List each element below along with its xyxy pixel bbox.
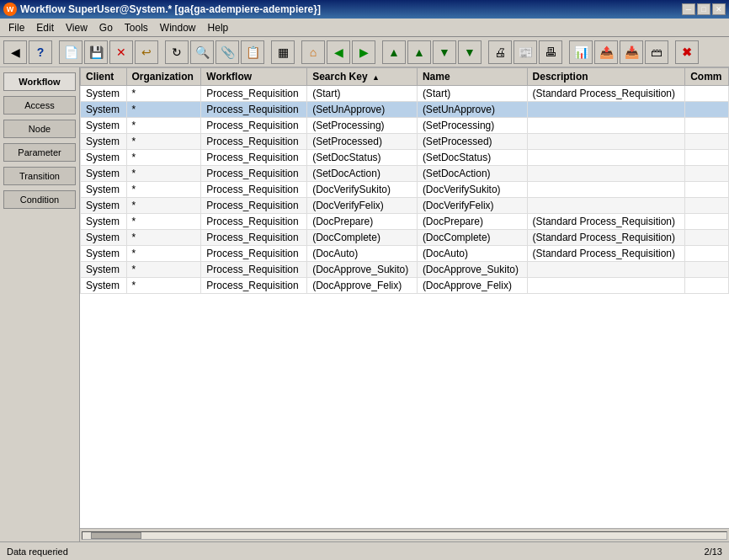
menu-file[interactable]: File [3, 20, 29, 35]
table-cell: Process_Requisition [201, 134, 307, 150]
menu-view[interactable]: View [61, 20, 93, 35]
title-bar: W Workflow SuperUser@System.* [ga{ga-ade… [0, 0, 729, 19]
horizontal-scrollbar[interactable] [80, 528, 729, 541]
table-cell: Process_Requisition [201, 278, 307, 294]
table-row[interactable]: System*Process_Requisition(SetUnApprove)… [81, 102, 729, 118]
prev-button[interactable]: ◀ [327, 40, 350, 64]
table-cell: (Start) [417, 86, 527, 102]
table-cell: System [81, 214, 127, 230]
find-button[interactable]: 🔍 [190, 40, 214, 64]
sidebar-item-parameter[interactable]: Parameter [3, 143, 76, 162]
col-comment[interactable]: Comm [685, 68, 729, 86]
table-cell: (DocAuto) [307, 246, 418, 262]
table-cell: (DocApprove_Felix) [417, 278, 527, 294]
menu-edit[interactable]: Edit [31, 20, 59, 35]
maximize-button[interactable]: □ [697, 3, 710, 15]
delete-button[interactable]: ✕ [109, 40, 133, 64]
col-client[interactable]: Client [81, 68, 127, 86]
table-row[interactable]: System*Process_Requisition(DocVerifySuki… [81, 182, 729, 198]
col-description[interactable]: Description [527, 68, 685, 86]
col-name[interactable]: Name [417, 68, 527, 86]
doc-button[interactable]: 📰 [513, 40, 537, 64]
table-cell [685, 166, 729, 182]
window-title: Workflow SuperUser@System.* [ga{ga-ademp… [20, 3, 321, 15]
sidebar-item-access[interactable]: Access [3, 96, 76, 115]
table-cell: (DocAuto) [417, 246, 527, 262]
save-button[interactable]: 💾 [84, 40, 108, 64]
table-row[interactable]: System*Process_Requisition(DocPrepare)(D… [81, 214, 729, 230]
table-row[interactable]: System*Process_Requisition(Start)(Start)… [81, 86, 729, 102]
next-button[interactable]: ▶ [352, 40, 375, 64]
table-cell: * [126, 278, 201, 294]
table-cell: (DocVerifyFelix) [417, 198, 527, 214]
col-workflow[interactable]: Workflow [201, 68, 307, 86]
sidebar-item-workflow[interactable]: Workflow [3, 72, 76, 91]
sidebar-item-condition[interactable]: Condition [3, 190, 76, 209]
history-button[interactable]: 📋 [241, 40, 264, 64]
table-row[interactable]: System*Process_Requisition(DocApprove_Su… [81, 262, 729, 278]
table-row[interactable]: System*Process_Requisition(DocAuto)(DocA… [81, 246, 729, 262]
hscroll-thumb[interactable] [91, 532, 141, 539]
table-cell: System [81, 230, 127, 246]
table-cell: * [126, 182, 201, 198]
up-button[interactable]: ▲ [407, 40, 431, 64]
menu-help[interactable]: Help [203, 20, 234, 35]
table-row[interactable]: System*Process_Requisition(SetDocAction)… [81, 166, 729, 182]
close-window-button[interactable]: ✕ [712, 3, 726, 15]
screen-button[interactable]: ▦ [271, 40, 295, 64]
table-row[interactable]: System*Process_Requisition(DocApprove_Fe… [81, 278, 729, 294]
table-cell: Process_Requisition [201, 246, 307, 262]
attach-button[interactable]: 📎 [216, 40, 239, 64]
table-row[interactable]: System*Process_Requisition(SetProcessed)… [81, 134, 729, 150]
table-cell: (DocVerifySukito) [417, 182, 527, 198]
table-cell: System [81, 150, 127, 166]
table-cell [527, 134, 685, 150]
import-button[interactable]: 📥 [620, 40, 643, 64]
new-button[interactable]: 📄 [59, 40, 82, 64]
table-row[interactable]: System*Process_Requisition(SetDocStatus)… [81, 150, 729, 166]
table-cell [685, 278, 729, 294]
hscroll-track [82, 531, 727, 540]
last-button[interactable]: ▼ [458, 40, 482, 64]
table-cell: (SetDocAction) [307, 166, 418, 182]
sidebar-item-node[interactable]: Node [3, 120, 76, 138]
back-button[interactable]: ◀ [3, 40, 27, 64]
table-scroll[interactable]: Client Organization Workflow Search Key … [80, 67, 729, 528]
table-cell: * [126, 246, 201, 262]
table-cell: * [126, 102, 201, 118]
table-row[interactable]: System*Process_Requisition(DocVerifyFeli… [81, 198, 729, 214]
refresh-button[interactable]: ↻ [165, 40, 189, 64]
print2-button[interactable]: 🖶 [539, 40, 562, 64]
table-cell: System [81, 246, 127, 262]
table-row[interactable]: System*Process_Requisition(SetProcessing… [81, 118, 729, 134]
minimize-button[interactable]: ─ [682, 3, 695, 15]
table-cell [527, 118, 685, 134]
table-cell: * [126, 262, 201, 278]
col-org[interactable]: Organization [126, 68, 201, 86]
close-button[interactable]: ✖ [675, 40, 699, 64]
table-cell: (DocApprove_Sukito) [417, 262, 527, 278]
main-content: Workflow Access Node Parameter Transitio… [0, 67, 729, 541]
home-button[interactable]: ⌂ [301, 40, 325, 64]
report-button[interactable]: 📊 [569, 40, 593, 64]
print-button[interactable]: 🖨 [488, 40, 512, 64]
table-cell: Process_Requisition [201, 166, 307, 182]
table-cell: * [126, 118, 201, 134]
help-button[interactable]: ? [29, 40, 52, 64]
table-cell [527, 278, 685, 294]
archive-button[interactable]: 🗃 [645, 40, 668, 64]
down-button[interactable]: ▼ [433, 40, 456, 64]
col-searchkey[interactable]: Search Key ▲ [307, 68, 418, 86]
first-button[interactable]: ▲ [382, 40, 406, 64]
export-button[interactable]: 📤 [594, 40, 618, 64]
menu-go[interactable]: Go [94, 20, 118, 35]
menu-tools[interactable]: Tools [120, 20, 153, 35]
table-cell: (SetDocStatus) [417, 150, 527, 166]
undo-button[interactable]: ↩ [135, 40, 158, 64]
table-cell: (SetProcessing) [417, 118, 527, 134]
sidebar-item-transition[interactable]: Transition [3, 167, 76, 185]
table-cell [685, 86, 729, 102]
table-cell: System [81, 198, 127, 214]
table-row[interactable]: System*Process_Requisition(DocComplete)(… [81, 230, 729, 246]
menu-window[interactable]: Window [155, 20, 201, 35]
